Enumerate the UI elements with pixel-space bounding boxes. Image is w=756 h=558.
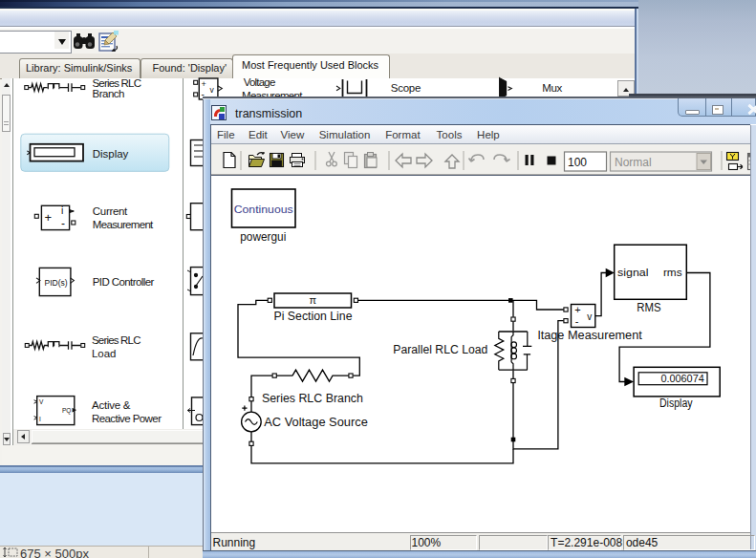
svg-text:v: v <box>210 85 215 95</box>
svg-text:100: 100 <box>568 156 587 169</box>
svg-text:AC Voltage Source: AC Voltage Source <box>264 416 368 429</box>
svg-text:+: + <box>574 304 580 315</box>
svg-text:+: + <box>202 79 206 89</box>
svg-text:V: V <box>39 398 44 405</box>
svg-text:Voltage: Voltage <box>244 76 275 88</box>
svg-text:PQ: PQ <box>62 407 71 415</box>
svg-text:Load: Load <box>92 348 117 359</box>
svg-text:Measurement: Measurement <box>93 219 154 230</box>
svg-text:ltage Measurement: ltage Measurement <box>537 328 642 341</box>
svg-text:-: - <box>61 217 65 230</box>
svg-text:rms: rms <box>662 266 681 277</box>
svg-text:Mux: Mux <box>542 82 562 94</box>
svg-text:RMS: RMS <box>637 301 660 314</box>
svg-text:Display: Display <box>659 396 693 409</box>
svg-text:Reactive Power: Reactive Power <box>92 413 162 424</box>
svg-text:Active &: Active & <box>92 399 131 411</box>
svg-text:v: v <box>587 311 592 322</box>
svg-text:Pi Section Line: Pi Section Line <box>273 310 352 323</box>
svg-text:Series RLC Branch: Series RLC Branch <box>261 391 362 404</box>
svg-text:0.006074: 0.006074 <box>660 373 703 384</box>
svg-text:Series RLC: Series RLC <box>92 334 141 346</box>
svg-text:I: I <box>39 416 41 422</box>
svg-text:Normal: Normal <box>615 156 652 169</box>
svg-text:PID Controller: PID Controller <box>93 276 155 288</box>
svg-text:Continuous: Continuous <box>233 204 292 215</box>
svg-text:Scope: Scope <box>391 82 421 94</box>
svg-text:+: + <box>45 210 53 225</box>
svg-text:Current: Current <box>93 205 128 217</box>
svg-text:-: - <box>574 315 578 327</box>
svg-text:π: π <box>309 294 316 306</box>
svg-text:Series RLC: Series RLC <box>93 77 142 89</box>
svg-text:powergui: powergui <box>240 230 286 244</box>
svg-text:Display: Display <box>93 148 129 160</box>
svg-text:Branch: Branch <box>93 88 125 99</box>
svg-text:i: i <box>61 204 63 216</box>
svg-text:signal: signal <box>617 266 649 277</box>
svg-text:PID(s): PID(s) <box>45 278 68 288</box>
svg-text:Parallel RLC Load: Parallel RLC Load <box>393 343 487 356</box>
